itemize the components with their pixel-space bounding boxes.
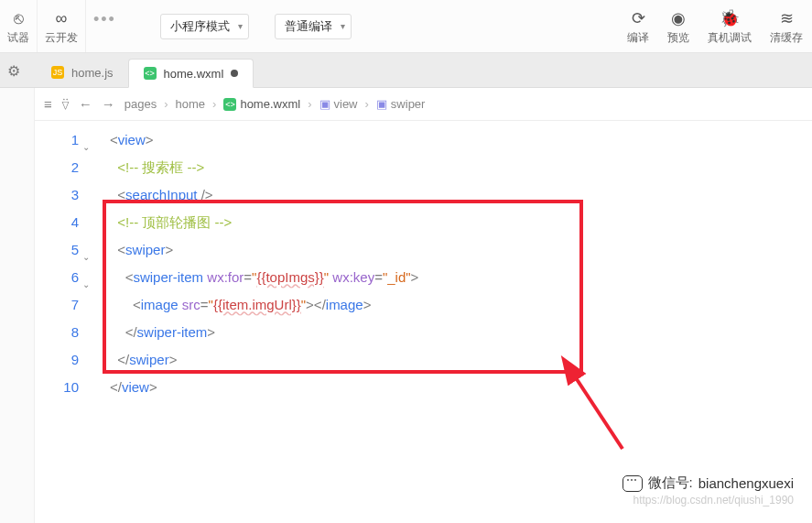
left-rail: [0, 88, 35, 523]
breadcrumb-item[interactable]: ▣ view: [319, 97, 358, 111]
more-icon: •••: [93, 10, 116, 30]
code-lines[interactable]: <view> <!-- 搜索框 --> <searchInput /> <!--…: [88, 121, 812, 523]
mode-select[interactable]: 小程序模式: [160, 14, 249, 39]
right-actions: ⟳ 编译 ◉ 预览 🐞 真机调试 ≋ 清缓存: [618, 0, 812, 52]
tab-home-js[interactable]: JShome.js: [37, 58, 128, 87]
compile-select[interactable]: 普通编译: [275, 14, 352, 39]
cube-icon: ▣: [376, 97, 387, 111]
bug-icon: 🐞: [720, 8, 740, 28]
file-wxml-icon: <>: [144, 67, 157, 80]
list-icon[interactable]: ≡: [44, 96, 52, 112]
breadcrumb-item[interactable]: home: [176, 97, 206, 111]
bookmark-icon[interactable]: ⍢: [61, 96, 70, 112]
code-line[interactable]: </swiper-item>: [110, 319, 812, 346]
code-line[interactable]: <swiper-item wx:for="{{topImgs}}" wx:key…: [110, 264, 812, 291]
debugger-group[interactable]: ⎋ 试器: [0, 0, 38, 52]
code-line[interactable]: </swiper>: [110, 346, 812, 374]
code-line[interactable]: <image src="{{item.imgUrl}}"></image>: [110, 291, 812, 319]
code-line[interactable]: <view>: [110, 126, 812, 154]
breadcrumb: pages›home›<> home.wxml›▣ view›▣ swiper: [125, 97, 426, 111]
debugger-icon: ⎋: [14, 8, 24, 28]
file-wxml-icon: <>: [223, 98, 236, 111]
mode-select-wrap: 小程序模式: [160, 0, 256, 52]
real-device-button[interactable]: 🐞 真机调试: [698, 0, 761, 52]
forward-icon[interactable]: →: [102, 96, 115, 112]
back-icon[interactable]: ←: [79, 96, 92, 112]
dirty-dot-icon: [231, 70, 238, 77]
file-js-icon: JS: [51, 66, 64, 79]
code-line[interactable]: </view>: [110, 374, 812, 401]
debugger-label: 试器: [7, 30, 29, 46]
code-line[interactable]: <!-- 顶部轮播图 -->: [110, 209, 812, 236]
cube-icon: ▣: [319, 97, 330, 111]
line-gutter: 1⌄2345⌄6⌄78910: [35, 121, 88, 523]
compile-button[interactable]: ⟳ 编译: [618, 0, 658, 52]
tab-home-wxml[interactable]: <>home.wxml: [128, 59, 254, 88]
wechat-icon: [623, 475, 643, 492]
more-group[interactable]: •••: [86, 0, 124, 52]
editor: ≡ ⍢ ← → pages›home›<> home.wxml›▣ view›▣…: [35, 88, 812, 523]
code-area[interactable]: 1⌄2345⌄6⌄78910 <view> <!-- 搜索框 --> <sear…: [35, 121, 812, 523]
top-toolbar: ⎋ 试器 ∞ 云开发 ••• 小程序模式 普通编译 ⟳ 编译 ◉ 预览 🐞 真机…: [0, 0, 812, 53]
tab-label: home.wxml: [164, 67, 224, 81]
cloud-dev-group[interactable]: ∞ 云开发: [38, 0, 86, 52]
cloud-dev-label: 云开发: [45, 30, 78, 46]
eye-icon: ◉: [671, 8, 686, 28]
breadcrumb-bar: ≡ ⍢ ← → pages›home›<> home.wxml›▣ view›▣…: [35, 88, 812, 121]
tab-strip: ⚙ JShome.js<>home.wxml: [0, 53, 812, 88]
breadcrumb-item[interactable]: ▣ swiper: [376, 97, 426, 111]
code-line[interactable]: <swiper>: [110, 236, 812, 264]
preview-button[interactable]: ◉ 预览: [658, 0, 698, 52]
code-line[interactable]: <!-- 搜索框 -->: [110, 154, 812, 181]
tab-label: home.js: [71, 66, 114, 80]
refresh-icon: ⟳: [632, 8, 645, 28]
clear-cache-button[interactable]: ≋ 清缓存: [761, 0, 812, 52]
watermark-label: 微信号:: [648, 474, 693, 492]
layers-icon: ≋: [780, 8, 794, 28]
breadcrumb-item[interactable]: <> home.wxml: [223, 97, 300, 111]
watermark: 微信号: bianchengxuexi https://blog.csdn.ne…: [623, 474, 794, 507]
watermark-value: bianchengxuexi: [698, 475, 794, 491]
watermark-url: https://blog.csdn.net/qiushi_1990: [623, 494, 794, 507]
breadcrumb-item[interactable]: pages: [125, 97, 157, 111]
editor-row: ≡ ⍢ ← → pages›home›<> home.wxml›▣ view›▣…: [0, 88, 812, 523]
gear-icon[interactable]: ⚙: [7, 62, 20, 80]
compile-select-wrap: 普通编译: [275, 0, 359, 52]
code-line[interactable]: <searchInput />: [110, 181, 812, 209]
cloud-dev-icon: ∞: [56, 8, 68, 28]
